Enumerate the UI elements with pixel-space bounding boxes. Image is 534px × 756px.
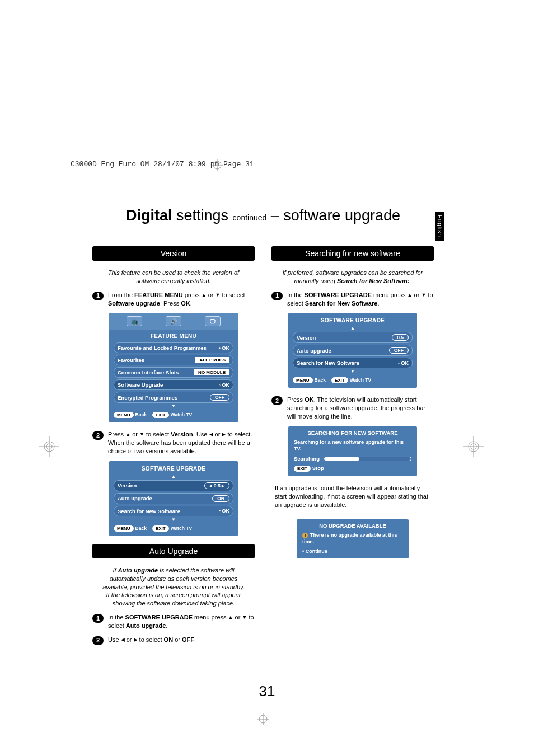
osd-title: SOFTWARE UPGRADE <box>114 466 233 472</box>
version-intro: This feature can be used to check the ve… <box>92 269 255 285</box>
step-bullet-1: 1 <box>271 292 283 300</box>
osd-row: Version0.5 <box>293 332 413 343</box>
osd-row: Favourite and Locked ProgrammesOK <box>114 342 233 353</box>
menu-icon-3: 🖵 <box>205 316 221 326</box>
left-column: Version This feature can be used to chec… <box>92 246 255 651</box>
continue-label: Continue <box>302 548 403 554</box>
up-icon: ▲ <box>202 292 207 298</box>
step-bullet-2: 2 <box>92 431 104 440</box>
osd-software-upgrade-2: SOFTWARE UPGRADE ▲ Version0.5 Auto upgra… <box>288 313 417 388</box>
print-header: C3000D Eng Euro OM 28/1/07 8:09 pm Page … <box>71 160 254 168</box>
crop-mark-bottom <box>257 713 266 722</box>
language-tab: English <box>435 212 444 241</box>
section-auto-upgrade-header: Auto Upgrade <box>92 544 255 558</box>
crop-mark-top <box>212 159 221 168</box>
section-version-header: Version <box>92 246 255 261</box>
osd-title: FEATURE MENU <box>114 333 233 339</box>
up-icon: ▲ <box>228 614 233 621</box>
down-icon: ▼ <box>421 292 426 298</box>
auto-upgrade-step-2: 2 Use ◀ or ▶ to select ON or OFF. <box>92 636 255 645</box>
right-icon: ▶ <box>134 636 138 643</box>
osd-no-upgrade: NO UPGRADE AVAILABLE iThere is no upgrad… <box>297 519 409 558</box>
reg-mark-right <box>463 436 484 457</box>
search-step-2: 2 Press OK. The television will automati… <box>271 396 434 421</box>
osd-row: Auto upgradeOFF <box>293 345 413 356</box>
osd-title: SOFTWARE UPGRADE <box>293 317 413 323</box>
right-column: Searching for new software If preferred,… <box>271 246 434 651</box>
auto-upgrade-intro: If Auto upgrade is selected the software… <box>92 566 255 608</box>
osd-searching: SEARCHING FOR NEW SOFTWARE Searching for… <box>288 426 417 476</box>
osd-row: Encrypted ProgrammesOFF <box>114 392 233 403</box>
content-columns: Version This feature can be used to chec… <box>92 246 434 651</box>
version-step-2: 2 Press ▲ or ▼ to select Version. Use ◀ … <box>92 430 255 456</box>
step-bullet-2: 2 <box>92 636 104 645</box>
up-icon: ▲ <box>407 292 413 298</box>
osd-row: Search for New SoftwareOK <box>114 506 233 516</box>
osd-message: Searching for a new software upgrade for… <box>294 439 411 452</box>
info-icon: i <box>302 533 308 538</box>
osd-software-upgrade-1: SOFTWARE UPGRADE ▲ Version◂ 0.5 ▸ Auto u… <box>109 461 238 536</box>
left-icon: ◀ <box>121 636 125 643</box>
menu-icon-2: 🔊 <box>166 316 181 326</box>
down-icon: ▼ <box>139 431 144 438</box>
osd-title: NO UPGRADE AVAILABLE <box>302 523 403 529</box>
page-number: 31 <box>0 683 534 700</box>
search-step-1: 1 In the SOFTWARE UPGRADE menu press ▲ o… <box>271 291 434 308</box>
search-post-text: If an upgrade is found the television wi… <box>271 484 434 515</box>
osd-feature-menu: 📺 🔊 🖵 FEATURE MENU Favourite and Locked … <box>109 313 238 422</box>
progress-label: Searching <box>294 456 320 462</box>
left-icon: ◀ <box>209 431 213 438</box>
step-bullet-2: 2 <box>271 396 283 405</box>
auto-upgrade-step-1: 1 In the SOFTWARE UPGRADE menu press ▲ o… <box>92 613 255 630</box>
osd-title: SEARCHING FOR NEW SOFTWARE <box>294 430 411 436</box>
section-search-header: Searching for new software <box>271 246 434 261</box>
osd-row-selected: Version◂ 0.5 ▸ <box>114 480 233 491</box>
menu-icon-1: 📺 <box>127 316 142 326</box>
osd-row-selected: Software UpgradeOK <box>114 379 233 390</box>
osd-row: Auto upgradeON <box>114 493 233 504</box>
osd-row-selected: Search for New SoftwareOK <box>293 358 413 368</box>
page-title: Digital settings continued – software up… <box>101 207 425 224</box>
osd-row: FavouritesALL PROGS <box>114 355 233 365</box>
up-icon: ▲ <box>125 431 130 438</box>
step-bullet-1: 1 <box>92 292 104 300</box>
reg-mark-left <box>39 436 59 457</box>
version-step-1: 1 From the FEATURE MENU press ▲ or ▼ to … <box>92 291 255 308</box>
progress-bar <box>324 457 411 461</box>
down-icon: ▼ <box>242 614 247 621</box>
search-intro: If preferred, software upgrades can be s… <box>271 269 434 285</box>
step-bullet-1: 1 <box>92 614 104 623</box>
osd-row: Common Interface SlotsNO MODULE <box>114 367 233 378</box>
